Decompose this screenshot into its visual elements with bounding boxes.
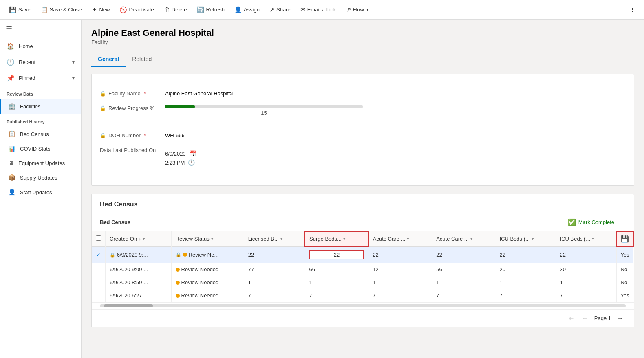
flow-button[interactable]: ↗ Flow ▾ (342, 4, 373, 16)
sidebar-item-pinned[interactable]: 📌 Pinned ▾ (0, 70, 81, 86)
tabs: General Related (91, 52, 634, 67)
review-status-chevron-icon[interactable]: ▾ (211, 236, 214, 242)
row3-created-on: 6/9/2020 8:59 ... (106, 276, 172, 289)
row2-surge-beds: 66 (305, 263, 368, 276)
toolbar: 💾 Save 📋 Save & Close ＋ New 🚫 Deactivate… (0, 0, 644, 20)
col-save: 💾 (616, 231, 633, 246)
sidebar-item-facilities[interactable]: 🏢 Facilities (0, 99, 81, 114)
pinned-icon: 📌 (7, 74, 15, 82)
new-button[interactable]: ＋ New (87, 3, 114, 16)
sidebar-item-bed-census[interactable]: 📋 Bed Census (0, 127, 81, 141)
row4-icu-beds-1: 7 (495, 289, 556, 302)
licensed-beds-chevron-icon[interactable]: ▾ (280, 236, 283, 242)
table-header-row: Created On ↓ ▾ Review Status ▾ (92, 231, 633, 246)
row3-last-col: No (616, 276, 633, 289)
col-save-button[interactable]: 💾 (621, 235, 629, 243)
tab-general[interactable]: General (91, 52, 126, 67)
select-all-col (92, 231, 106, 246)
acute-care-1-chevron-icon[interactable]: ▾ (407, 236, 409, 242)
delete-icon: 🗑 (164, 6, 170, 13)
staff-updates-icon: 👤 (8, 189, 16, 196)
facility-lock-icon: 🔒 (100, 91, 106, 97)
bed-census-table: Created On ↓ ▾ Review Status ▾ (92, 231, 634, 302)
icu-beds-1-chevron-icon[interactable]: ▾ (532, 236, 534, 242)
sidebar-item-equipment-updates[interactable]: 🖥 Equipment Updates (0, 156, 81, 170)
bed-census-icon: 📋 (8, 130, 16, 138)
published-time-value: 2:23 PM (165, 160, 185, 166)
scroll-track (100, 304, 626, 307)
pagination: ⇤ ← Page 1 → (92, 309, 634, 327)
table-more-options[interactable]: ⋮ (618, 217, 626, 226)
share-button[interactable]: ↗ Share (265, 4, 295, 16)
row1-icu-beds-2: 22 (556, 246, 616, 263)
review-progress-lock-icon: 🔒 (100, 105, 106, 111)
acute-care-2-chevron-icon[interactable]: ▾ (470, 236, 473, 242)
sidebar-item-recent[interactable]: 🕐 Recent ▾ (0, 54, 81, 70)
row2-last-col: No (616, 263, 633, 276)
review-data-label: Review Data (0, 86, 81, 99)
pinned-chevron-icon: ▾ (72, 75, 75, 81)
email-icon: ✉ (300, 6, 306, 13)
doh-number-row: 🔒 DOH Number * WH-666 (100, 128, 363, 143)
data-last-published-label: Data Last Published On (100, 147, 165, 153)
more-options-button[interactable]: ⋮ (626, 4, 639, 15)
next-page-button[interactable]: → (614, 313, 626, 324)
row4-acute-care-1: 7 (368, 289, 432, 302)
tab-related[interactable]: Related (126, 52, 158, 67)
row1-surge-beds-input[interactable]: 22 (309, 250, 364, 259)
row1-acute-care-2: 22 (432, 246, 495, 263)
deactivate-button[interactable]: 🚫 Deactivate (115, 4, 158, 16)
refresh-button[interactable]: 🔄 Refresh (192, 4, 229, 16)
sidebar: ☰ 🏠 Home 🕐 Recent ▾ 📌 Pinned ▾ Review Da… (0, 20, 82, 358)
calendar-icon[interactable]: 📅 (189, 150, 196, 157)
row4-review-status: Review Needed (171, 289, 244, 302)
mark-complete-button[interactable]: ✅ Mark Complete (568, 218, 614, 226)
row2-checkbox-cell (92, 263, 106, 276)
assign-button[interactable]: 👤 Assign (230, 4, 264, 16)
covid-stats-icon: 📊 (8, 145, 16, 152)
row1-created-on: 🔒 6/9/2020 9:... (106, 246, 172, 263)
surge-beds-chevron-icon[interactable]: ▾ (343, 236, 346, 242)
row2-icu-beds-1: 20 (495, 263, 556, 276)
sidebar-item-staff-updates[interactable]: 👤 Staff Updates (0, 185, 81, 200)
row4-icu-beds-2: 7 (556, 289, 616, 302)
row2-acute-care-2: 56 (432, 263, 495, 276)
save-close-button[interactable]: 📋 Save & Close (36, 4, 86, 16)
flow-chevron-icon: ▾ (366, 7, 369, 12)
bed-census-subheader-title: Bed Census (100, 219, 130, 225)
more-options-icon: ⋮ (630, 7, 635, 13)
save-icon: 💾 (9, 6, 17, 13)
created-on-chevron-icon[interactable]: ▾ (143, 236, 145, 242)
select-all-checkbox[interactable] (96, 235, 101, 241)
facility-name-value: Alpine East General Hospital (165, 90, 363, 97)
recent-chevron-icon: ▾ (72, 59, 75, 65)
facility-name-row: 🔒 Facility Name * Alpine East General Ho… (100, 86, 363, 101)
first-page-button[interactable]: ⇤ (566, 313, 576, 324)
clock-icon[interactable]: 🕐 (188, 159, 195, 166)
row1-lock-icon: 🔒 (110, 253, 115, 257)
table-row: 6/9/2020 9:09 ... Review Needed 77 66 12… (92, 263, 633, 276)
table-row: ✓ 🔒 6/9/2020 9:... 🔒 Review Ne... (92, 246, 633, 263)
page-subtitle: Facility (91, 39, 634, 45)
row1-icu-beds-1: 22 (495, 246, 556, 263)
prev-page-button[interactable]: ← (580, 313, 591, 324)
save-button[interactable]: 💾 Save (5, 4, 35, 16)
col-icu-beds-2: ICU Beds (... ▾ (556, 231, 616, 246)
row3-surge-beds: 1 (305, 276, 368, 289)
sidebar-item-supply-updates[interactable]: 📦 Supply Updates (0, 170, 81, 185)
sidebar-item-covid-stats[interactable]: 📊 COVID Stats (0, 141, 81, 156)
doh-lock-icon: 🔒 (100, 133, 106, 138)
horizontal-scroll-area[interactable] (92, 302, 634, 309)
row3-review-status: Review Needed (171, 276, 244, 289)
sidebar-item-home[interactable]: 🏠 Home (0, 38, 81, 54)
scroll-thumb[interactable] (104, 304, 153, 307)
check-circle-icon: ✅ (568, 218, 576, 226)
sort-down-icon[interactable]: ↓ (139, 236, 141, 241)
email-link-button[interactable]: ✉ Email a Link (296, 4, 340, 16)
hamburger-menu[interactable]: ☰ (0, 20, 81, 38)
row3-status-dot (176, 281, 180, 285)
form-right: 🔒 DOH Number * WH-666 Data Last Publishe… (100, 124, 363, 177)
row1-checkbox-cell: ✓ (92, 246, 106, 263)
delete-button[interactable]: 🗑 Delete (160, 4, 191, 15)
icu-beds-2-chevron-icon[interactable]: ▾ (592, 236, 594, 242)
